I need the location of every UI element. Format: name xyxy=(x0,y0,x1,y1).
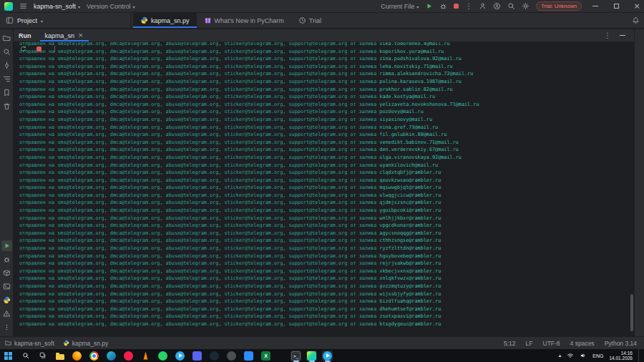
taskbar-start-button[interactable] xyxy=(3,351,14,361)
project-name-selector[interactable]: kapma-sn_soft xyxy=(34,3,80,10)
version-control-label: Version Control xyxy=(87,3,131,10)
more-button[interactable] xyxy=(50,44,59,54)
main-menu-button[interactable] xyxy=(19,2,27,10)
console-line: отправлен на sms@telegram.org, dmca@tele… xyxy=(19,207,627,215)
taskbar-file-explorer-button[interactable] xyxy=(54,351,65,361)
console-line: отправлен на sms@telegram.org, dmca@tele… xyxy=(19,253,627,260)
console-output[interactable]: отправлен на sms@telegram.org, dmca@tele… xyxy=(14,42,627,336)
console-separator: от залива xyxy=(347,94,379,99)
interpreter-widget[interactable]: Python 3.14 xyxy=(605,340,637,347)
bookmarks-tool-button[interactable] xyxy=(1,87,12,98)
close-button[interactable] xyxy=(630,0,644,12)
console-line: отправлен на sms@telegram.org, dmca@tele… xyxy=(19,275,627,283)
settings-button[interactable] xyxy=(522,2,530,10)
project-tool-button[interactable] xyxy=(1,33,12,44)
trial-badge[interactable]: Trial: Unknown xyxy=(536,1,582,11)
taskbar-zoom-button[interactable] xyxy=(243,351,254,361)
pycharm-logo-icon xyxy=(4,2,13,11)
taskbar-excel-button[interactable]: X xyxy=(260,351,271,361)
show-desktop-button[interactable] xyxy=(638,349,641,362)
volume-button[interactable] xyxy=(580,352,587,359)
console-line: отправлен на sms@telegram.org, dmca@tele… xyxy=(19,42,627,48)
notifications-button[interactable] xyxy=(632,13,644,28)
taskbar-obs-button[interactable] xyxy=(226,351,237,361)
windows-taskbar: X ENG 14:16 14.01.2026 xyxy=(0,349,644,362)
run-options-button[interactable] xyxy=(604,32,611,39)
packages-tool-button[interactable] xyxy=(1,268,12,278)
taskbar-terminal-button[interactable] xyxy=(291,351,301,361)
run-tab-kapma-sn[interactable]: kapma_sn xyxy=(40,29,89,41)
structure-tool-button[interactable] xyxy=(1,74,12,84)
debug-button[interactable] xyxy=(439,2,447,10)
taskbar-telegram-button[interactable] xyxy=(175,351,185,361)
line-ending-widget[interactable]: LF xyxy=(526,340,533,347)
indent-widget[interactable]: 4 spaces xyxy=(570,340,595,347)
taskbar-telegram-desktop-button[interactable] xyxy=(322,351,333,361)
more-tool-button[interactable] xyxy=(1,322,12,333)
console-line: отправлен на sms@telegram.org, dmca@tele… xyxy=(19,268,627,275)
project-tool-window-selector[interactable]: Project xyxy=(0,13,131,28)
tab-kapma-sn-py[interactable]: kapma_sn.py xyxy=(133,13,197,28)
taskbar-vlc-button[interactable] xyxy=(140,351,151,361)
minimize-button[interactable] xyxy=(588,0,602,12)
trash-tool-button[interactable] xyxy=(1,101,12,112)
taskbar-whatsapp-button[interactable] xyxy=(157,351,168,361)
close-tab-icon[interactable] xyxy=(78,32,84,39)
network-button[interactable] xyxy=(567,352,574,359)
clock-widget[interactable]: 14:16 14.01.2026 xyxy=(609,351,633,361)
scrollbar-thumb[interactable] xyxy=(630,294,633,331)
volume-icon xyxy=(580,352,587,359)
run-tool-button[interactable] xyxy=(1,240,12,251)
more-actions-button[interactable] xyxy=(465,3,472,10)
console-prefix: отправлен на xyxy=(19,313,57,319)
console-prefix: отправлен на xyxy=(19,260,57,266)
console-separator: от залива xyxy=(347,192,379,198)
python-icon xyxy=(140,16,148,24)
console-separator: от залива xyxy=(347,124,379,130)
run-button[interactable] xyxy=(425,2,433,10)
console-sender-email: venedikt.babinov.71@mail.ru xyxy=(379,140,459,145)
run-configuration-selector[interactable]: Current File xyxy=(381,3,419,10)
console-sender-email: ktsgdygeuc@rambler.ru xyxy=(379,321,441,327)
language-indicator[interactable]: ENG xyxy=(592,353,603,358)
tab-trial[interactable]: Trial xyxy=(291,13,328,28)
maximize-button[interactable] xyxy=(609,0,623,12)
problems-tool-button[interactable] xyxy=(1,308,12,319)
taskbar-task-view-button[interactable] xyxy=(37,351,48,361)
status-project-label: kapma-sn_soft xyxy=(14,340,54,347)
console-prefix: отправлен на xyxy=(19,222,57,228)
status-project-crumb[interactable]: kapma-sn_soft xyxy=(5,340,54,347)
taskbar-search-button[interactable] xyxy=(20,351,31,361)
taskbar-chrome-button[interactable] xyxy=(89,351,99,361)
search-everywhere-button[interactable] xyxy=(507,2,515,10)
terminal-tool-button[interactable] xyxy=(1,281,12,292)
taskbar-opera-button[interactable] xyxy=(123,351,134,361)
console-scrollbar[interactable] xyxy=(630,42,633,336)
taskbar-edge-button[interactable] xyxy=(106,351,117,361)
taskbar-pycharm-button[interactable] xyxy=(306,351,317,361)
debug-tool-button[interactable] xyxy=(1,254,12,265)
hide-tool-window-button[interactable] xyxy=(620,35,625,36)
taskbar-firefox-button[interactable] xyxy=(72,351,82,361)
profile-button[interactable] xyxy=(493,2,501,10)
taskbar-steam-button[interactable] xyxy=(209,351,220,361)
python-console-tool-button[interactable] xyxy=(1,295,12,305)
stop-button[interactable] xyxy=(34,44,44,54)
tab-whats-new[interactable]: What's New in PyCharm xyxy=(197,13,291,28)
status-file-crumb[interactable]: kapma_sn.py xyxy=(63,340,109,347)
console-recipients: sms@telegram.org, dmca@telegram.org, abu… xyxy=(57,117,347,122)
taskbar-discord-button[interactable] xyxy=(192,351,203,361)
console-sender-email: vpgcdkonar@rambler.ru xyxy=(379,222,441,228)
commit-tool-button[interactable] xyxy=(1,60,12,71)
stop-button[interactable] xyxy=(454,4,459,9)
console-sender-email: gvzzmqtuzy@rambler.ru xyxy=(379,283,441,289)
code-with-me-button[interactable] xyxy=(479,2,487,10)
version-control-menu[interactable]: Version Control xyxy=(87,3,135,10)
rerun-button[interactable] xyxy=(19,44,28,54)
console-line: отправлен на sms@telegram.org, dmca@tele… xyxy=(19,162,627,170)
caret-position-widget[interactable]: 5:12 xyxy=(504,340,516,347)
hidden-icons-button[interactable] xyxy=(559,353,562,358)
encoding-widget[interactable]: UTF-8 xyxy=(543,340,560,347)
search-tool-button[interactable] xyxy=(1,47,12,57)
console-recipients: sms@telegram.org, dmca@telegram.org, abu… xyxy=(57,298,347,304)
